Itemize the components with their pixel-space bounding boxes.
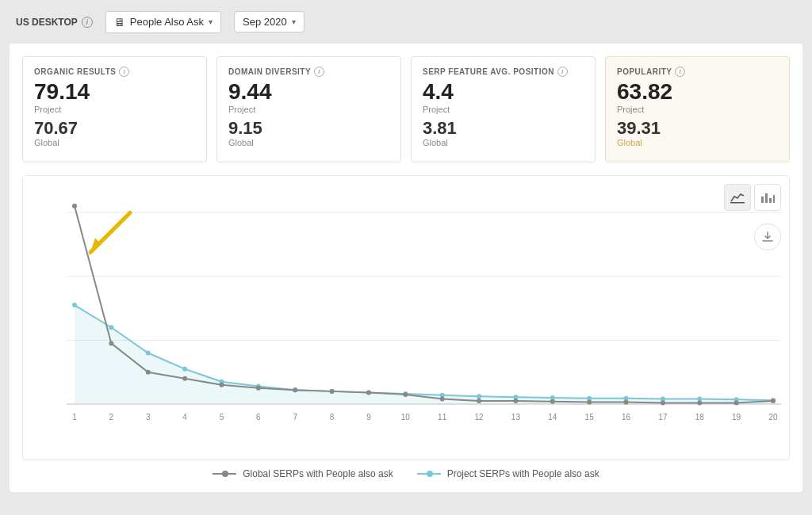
metric-project-label: Project [423,105,584,114]
metric-card: DOMAIN DIVERSITY i 9.44 Project 9.15 Glo… [216,56,401,162]
metrics-row: ORGANIC RESULTS i 79.14 Project 70.67 Gl… [22,56,790,162]
svg-point-63 [403,392,408,397]
region-label: US DESKTOP i [16,17,93,28]
feature-dropdown[interactable]: 🖥 People Also Ask ▾ [105,11,221,33]
svg-point-62 [366,390,371,395]
svg-point-37 [182,367,187,372]
svg-point-55 [109,341,113,345]
svg-text:2: 2 [109,413,114,422]
svg-point-45 [477,394,481,399]
metric-project-label: Project [617,105,778,114]
svg-rect-1 [761,196,764,203]
svg-point-69 [624,400,629,405]
metric-project-value: 4.4 [423,80,584,105]
svg-text:1: 1 [72,413,77,422]
metric-global-label: Global [228,138,389,147]
metric-global-label: Global [423,138,584,147]
svg-text:15: 15 [585,413,595,422]
svg-point-57 [182,376,187,381]
legend-project: Project SERPs with People also ask [417,468,599,479]
svg-point-77 [222,471,228,477]
svg-point-73 [771,399,776,403]
metric-project-label: Project [228,105,389,114]
top-bar: US DESKTOP i 🖥 People Also Ask ▾ Sep 202… [0,0,812,44]
svg-point-59 [256,386,261,391]
svg-point-68 [587,400,592,405]
line-chart-button[interactable] [724,184,751,211]
svg-point-70 [661,400,665,405]
main-content: ORGANIC RESULTS i 79.14 Project 70.67 Gl… [10,44,802,492]
metric-card: SERP FEATURE AVG. POSITION i 4.4 Project… [411,56,596,162]
svg-text:20: 20 [768,413,778,422]
region-info-icon[interactable]: i [82,17,93,28]
svg-text:6: 6 [256,413,261,422]
svg-point-66 [513,399,518,403]
svg-text:5: 5 [220,413,224,422]
metric-project-label: Project [34,105,195,114]
bar-chart-button[interactable] [754,184,781,211]
download-button[interactable] [754,223,781,250]
metric-title: DOMAIN DIVERSITY i [228,67,389,77]
svg-point-60 [293,387,297,392]
svg-point-71 [697,400,702,405]
legend-row: Global SERPs with People also ask Projec… [22,460,790,479]
chart-toolbar [724,184,781,211]
metric-project-value: 79.14 [34,80,195,105]
chevron-down-icon: ▾ [209,17,213,26]
metric-info-icon[interactable]: i [314,67,324,77]
svg-rect-0 [730,202,745,204]
svg-point-35 [109,325,113,330]
metric-project-value: 9.44 [228,80,389,105]
svg-text:9: 9 [366,413,371,422]
chevron-down-icon: ▾ [292,17,296,26]
metric-title: POPULARITY i [617,67,778,77]
svg-text:13: 13 [511,413,521,422]
svg-text:17: 17 [658,413,668,422]
svg-text:7: 7 [293,413,297,422]
svg-text:16: 16 [622,413,631,422]
svg-point-61 [330,389,335,394]
svg-point-54 [72,204,77,208]
metric-card: ORGANIC RESULTS i 79.14 Project 70.67 Gl… [22,56,207,162]
svg-rect-3 [769,198,772,203]
svg-point-58 [219,383,224,387]
svg-text:14: 14 [548,413,557,422]
metric-global-value: 70.67 [34,119,195,138]
metric-global-label: Global [617,138,778,147]
metric-card: POPULARITY i 63.82 Project 39.31 Global [605,56,790,162]
svg-point-34 [72,303,77,307]
svg-point-72 [734,400,739,405]
chart-area: 30.0020.0010.000.00123456789101112131415… [22,175,790,460]
svg-text:11: 11 [438,413,447,422]
svg-point-36 [146,350,151,355]
svg-text:3: 3 [146,413,151,422]
svg-rect-2 [765,193,768,203]
svg-text:12: 12 [474,413,484,422]
svg-text:10: 10 [401,413,411,422]
chart-svg: 30.0020.0010.000.00123456789101112131415… [67,184,781,428]
svg-text:4: 4 [182,413,187,422]
svg-text:19: 19 [732,413,741,422]
svg-text:8: 8 [330,413,335,422]
svg-text:18: 18 [695,413,705,422]
svg-point-56 [146,370,151,375]
legend-global: Global SERPs with People also ask [213,468,393,479]
date-dropdown[interactable]: Sep 2020 ▾ [234,11,304,32]
svg-point-64 [440,397,445,402]
metric-global-value: 39.31 [617,119,778,138]
metric-info-icon[interactable]: i [675,67,685,77]
metric-global-value: 3.81 [423,119,584,138]
svg-point-67 [550,399,555,404]
metric-project-value: 63.82 [617,80,778,105]
svg-point-65 [477,399,481,403]
svg-rect-4 [773,195,775,203]
metric-info-icon[interactable]: i [557,67,568,77]
svg-point-79 [427,471,433,477]
metric-title: SERP FEATURE AVG. POSITION i [423,67,584,77]
metric-title: ORGANIC RESULTS i [34,67,195,77]
monitor-icon: 🖥 [114,16,125,29]
metric-global-value: 9.15 [228,119,389,138]
legend-project-label: Project SERPs with People also ask [447,468,599,479]
metric-info-icon[interactable]: i [119,67,129,77]
metric-global-label: Global [34,138,195,147]
